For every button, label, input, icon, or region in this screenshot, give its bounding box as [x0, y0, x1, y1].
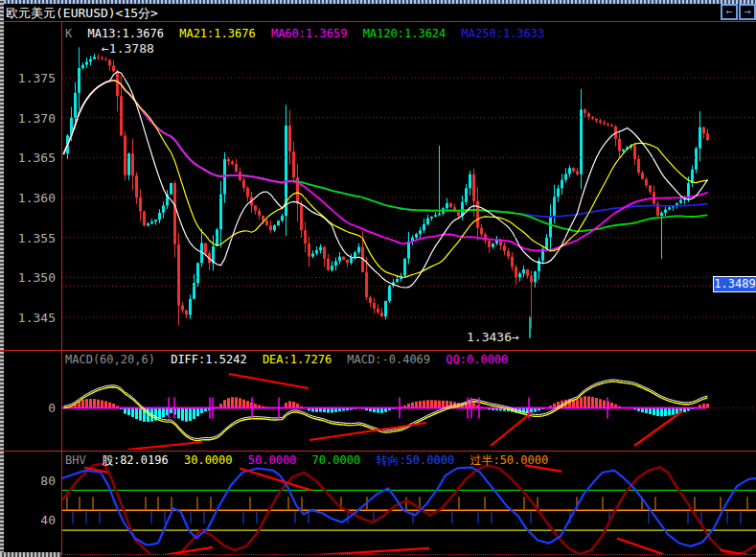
k-period-label[interactable]: K: [65, 27, 72, 40]
macd-indicator-row: MACD(60,20,6) DIFF:1.5242 DEA:1.7276 MAC…: [65, 353, 516, 366]
prev-arrow-button[interactable]: ←: [721, 4, 738, 20]
price-tick-1370: 1.370: [8, 111, 56, 126]
ma250-label: MA250:1.3633: [462, 27, 545, 40]
ma-indicator-row: K MA13:1.3676 MA21:1.3676 MA60:1.3659 MA…: [65, 27, 553, 40]
panel-divider-macd: [0, 350, 756, 351]
last-price-badge: 1.3489: [713, 276, 756, 292]
bhv-indicator-row: BHV 股:82.0196 30.0000 50.0000 70.0000 转向…: [65, 453, 557, 469]
next-arrow-button[interactable]: →: [739, 4, 756, 20]
price-tick-1360: 1.360: [8, 191, 56, 205]
bhv-half-label: 过半:50.0000: [470, 453, 548, 467]
bhv-name-label[interactable]: BHV: [65, 453, 86, 467]
bhv-50-label: 50.0000: [248, 453, 297, 467]
macd-zero-tick: 0: [8, 401, 56, 415]
bhv-70-label: 70.0000: [312, 453, 361, 467]
dea-label: DEA:1.7276: [263, 353, 332, 366]
macd-params-label[interactable]: MACD(60,20,6): [65, 353, 155, 366]
price-tick-1350: 1.350: [8, 270, 56, 285]
bottom-border: [61, 554, 756, 555]
qq-label: QQ:0.0000: [446, 353, 508, 366]
arrow-right-icon: →: [744, 5, 750, 18]
high-price-annotation: ←1.3788: [102, 41, 154, 56]
price-tick-1365: 1.365: [8, 151, 56, 165]
bhv-30-label: 30.0000: [184, 453, 233, 467]
ma120-label: MA120:1.3624: [363, 27, 447, 40]
low-price-annotation: 1.3436→: [467, 330, 519, 344]
bhv-turn-label: 转向:50.0000: [376, 453, 454, 467]
ma21-label: MA21:1.3676: [179, 27, 255, 40]
price-tick-1355: 1.355: [8, 231, 56, 245]
bhv-tick-40: 40: [8, 513, 56, 527]
arrow-left-icon: ←: [725, 5, 732, 18]
panel-divider-bhv: [0, 451, 756, 452]
window-bottom-left-border: [0, 552, 61, 557]
price-axis-line: [61, 22, 62, 554]
diff-label: DIFF:1.5242: [171, 353, 246, 366]
bhv-tick-80: 80: [8, 474, 56, 488]
trading-app-window: 欧元美元(EURUSD)<15分> ← → K MA13:1.3676 MA21…: [0, 0, 756, 557]
macd-value-label: MACD:-0.4069: [347, 353, 430, 366]
ma13-label: MA13:1.3676: [87, 27, 163, 40]
title-bar: 欧元美元(EURUSD)<15分>: [4, 4, 756, 21]
title-divider: [0, 21, 756, 22]
window-left-border: [0, 0, 4, 557]
price-tick-1345: 1.345: [8, 311, 56, 325]
chart-canvas[interactable]: [0, 0, 756, 557]
instrument-title: 欧元美元(EURUSD)<15分>: [6, 5, 158, 22]
price-tick-1375: 1.375: [8, 71, 56, 85]
bhv-value-label: 股:82.0196: [102, 453, 169, 467]
ma60-label: MA60:1.3659: [271, 27, 347, 40]
